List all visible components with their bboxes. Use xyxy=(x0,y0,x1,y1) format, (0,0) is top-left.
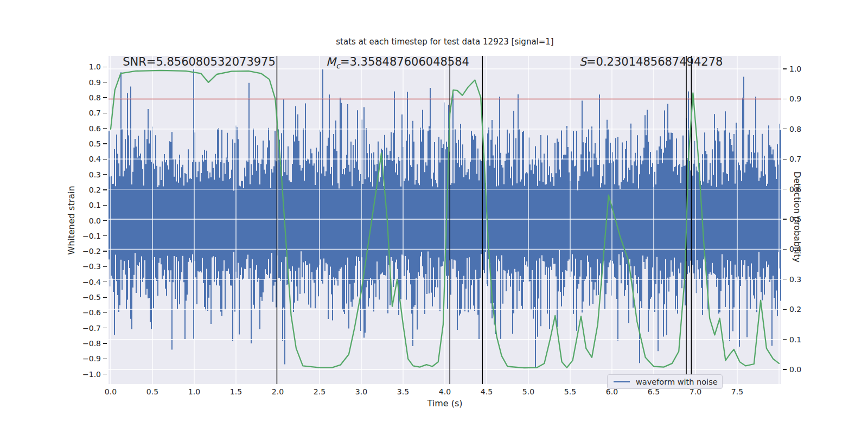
tick-mark xyxy=(103,312,107,313)
chart-title: stats at each timestep for test data 129… xyxy=(108,37,781,47)
tick-mark xyxy=(103,205,107,206)
x-tick-label: 1.0 xyxy=(188,387,200,396)
y-right-tick-label: 0.6 xyxy=(789,185,801,194)
tick-mark xyxy=(103,282,107,282)
tick-mark xyxy=(103,143,107,144)
y-left-tick-label: 0.3 xyxy=(89,170,101,179)
y-right-tick-label: 0.7 xyxy=(789,155,801,163)
tick-mark xyxy=(783,189,787,189)
tick-mark xyxy=(103,297,107,297)
tick-mark xyxy=(103,374,107,374)
tick-mark xyxy=(103,220,107,221)
annotation-chirp-mass: Mc=3.358487606048584 xyxy=(326,56,469,71)
x-tick-label: 0.0 xyxy=(105,387,117,396)
figure: stats at each timestep for test data 129… xyxy=(0,0,868,434)
y-right-tick-label: 0.3 xyxy=(789,275,801,284)
tick-mark xyxy=(103,97,107,98)
tick-mark xyxy=(783,219,787,219)
tick-mark xyxy=(783,68,787,69)
y-right-tick-label: 0.5 xyxy=(789,215,801,224)
tick-mark xyxy=(783,279,787,279)
y-axis-label-left: Whitened strain xyxy=(66,186,76,254)
x-tick-label: 0.5 xyxy=(146,387,158,396)
y-right-tick-label: 1.0 xyxy=(789,65,801,73)
tick-mark xyxy=(103,343,107,343)
annotation-score: S=0.2301485687494278 xyxy=(579,56,723,68)
y-right-tick-label: 0.9 xyxy=(789,94,801,103)
y-left-tick-label: 0.2 xyxy=(89,186,101,194)
tick-mark xyxy=(783,249,787,250)
tick-mark xyxy=(783,159,787,159)
tick-mark xyxy=(103,113,107,113)
legend-line-sample xyxy=(612,374,631,389)
y-right-tick-label: 0.0 xyxy=(789,365,801,374)
y-left-tick-label: −1.0 xyxy=(82,370,101,379)
annotation-snr: SNR=5.856080532073975 xyxy=(123,56,276,68)
x-tick-label: 5.5 xyxy=(564,387,576,396)
x-tick-label: 2.0 xyxy=(272,387,284,396)
y-left-tick-label: −0.8 xyxy=(82,339,101,348)
tick-mark xyxy=(783,309,787,310)
y-left-tick-label: 0.7 xyxy=(89,108,101,117)
x-tick-label: 3.0 xyxy=(355,387,367,396)
tick-mark xyxy=(783,369,787,369)
y-left-tick-label: −0.9 xyxy=(82,354,101,363)
x-tick-label: 4.0 xyxy=(439,387,451,396)
y-right-tick-label: 0.2 xyxy=(789,305,801,314)
y-left-tick-label: −0.1 xyxy=(82,232,101,240)
y-left-tick-label: 0.0 xyxy=(89,216,101,225)
x-axis-label: Time (s) xyxy=(427,398,462,409)
tick-mark xyxy=(103,251,107,251)
tick-mark xyxy=(103,189,107,190)
x-tick-label: 5.0 xyxy=(522,387,534,396)
legend-label: waveform with noise xyxy=(636,378,718,386)
tick-mark xyxy=(103,174,107,175)
x-tick-label: 3.5 xyxy=(397,387,409,396)
tick-mark xyxy=(103,159,107,159)
y-left-tick-label: 0.6 xyxy=(89,124,101,133)
y-left-tick-label: −0.3 xyxy=(82,262,101,271)
tick-mark xyxy=(103,128,107,129)
tick-mark xyxy=(783,339,787,340)
y-right-tick-label: 0.4 xyxy=(789,245,801,253)
y-left-tick-label: 0.4 xyxy=(89,155,101,163)
tick-mark xyxy=(783,129,787,129)
tick-mark xyxy=(103,359,107,359)
y-left-tick-label: −0.5 xyxy=(82,293,101,302)
y-left-tick-label: 0.9 xyxy=(89,78,101,87)
x-tick-label: 4.5 xyxy=(481,387,493,396)
tick-mark xyxy=(103,328,107,328)
y-left-tick-label: −0.4 xyxy=(82,278,101,286)
x-tick-label: 1.5 xyxy=(230,387,242,396)
y-left-tick-label: −0.7 xyxy=(82,324,101,333)
tick-mark xyxy=(103,266,107,267)
tick-mark xyxy=(103,235,107,236)
legend: waveform with noise xyxy=(607,374,723,389)
y-right-tick-label: 0.1 xyxy=(789,335,801,344)
x-tick-label: 2.5 xyxy=(314,387,326,396)
y-left-tick-label: −0.6 xyxy=(82,308,101,317)
x-tick-label: 7.5 xyxy=(731,387,743,396)
tick-mark xyxy=(783,99,787,99)
tick-mark xyxy=(103,82,107,82)
tick-mark xyxy=(103,67,107,67)
y-left-tick-label: 0.8 xyxy=(89,93,101,102)
y-left-tick-label: 1.0 xyxy=(89,62,101,71)
y-left-tick-label: 0.1 xyxy=(89,201,101,209)
y-left-tick-label: −0.2 xyxy=(82,247,101,256)
y-right-tick-label: 0.8 xyxy=(789,125,801,133)
y-left-tick-label: 0.5 xyxy=(89,139,101,148)
